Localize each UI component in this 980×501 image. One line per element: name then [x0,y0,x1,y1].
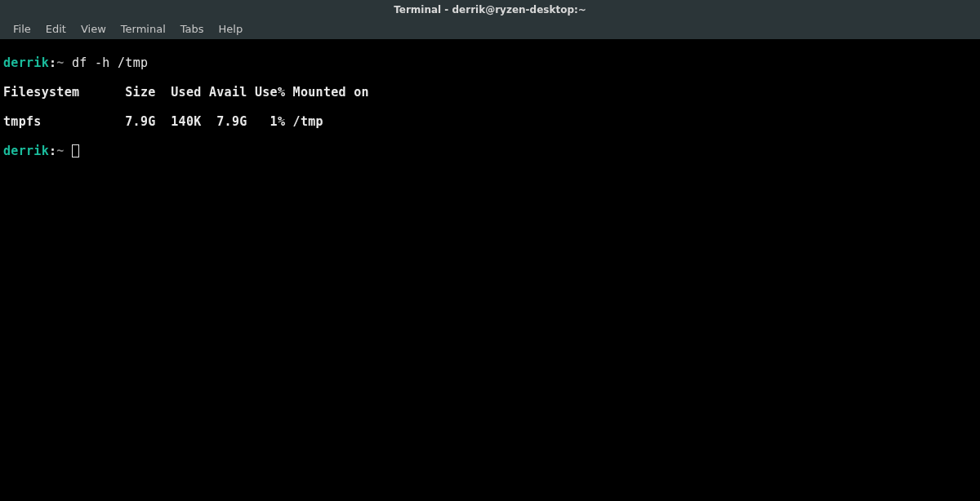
prompt-path: ~ [56,55,64,70]
terminal-line-prompt: derrik:~ df -h /tmp [3,55,977,70]
menubar: File Edit View Terminal Tabs Help [0,19,980,39]
menu-edit[interactable]: Edit [39,20,73,38]
window-titlebar: Terminal - derrik@ryzen-desktop:~ [0,0,980,19]
menu-help[interactable]: Help [212,20,250,38]
command-text: df -h /tmp [72,55,148,70]
df-output-header: Filesystem Size Used Avail Use% Mounted … [3,85,977,100]
prompt-user: derrik [3,55,49,70]
terminal-output-area[interactable]: derrik:~ df -h /tmp Filesystem Size Used… [0,39,980,175]
terminal-line-prompt-active: derrik:~ [3,144,977,158]
window-title: Terminal - derrik@ryzen-desktop:~ [394,4,586,16]
menu-terminal[interactable]: Terminal [114,20,172,38]
terminal-cursor [72,144,79,157]
prompt-path: ~ [56,144,64,158]
df-output-row: tmpfs 7.9G 140K 7.9G 1% /tmp [3,114,977,129]
menu-tabs[interactable]: Tabs [174,20,211,38]
menu-view[interactable]: View [74,20,113,38]
prompt-user: derrik [3,144,49,158]
prompt-separator: : [49,144,56,158]
menu-file[interactable]: File [7,20,38,38]
prompt-separator: : [49,55,56,70]
